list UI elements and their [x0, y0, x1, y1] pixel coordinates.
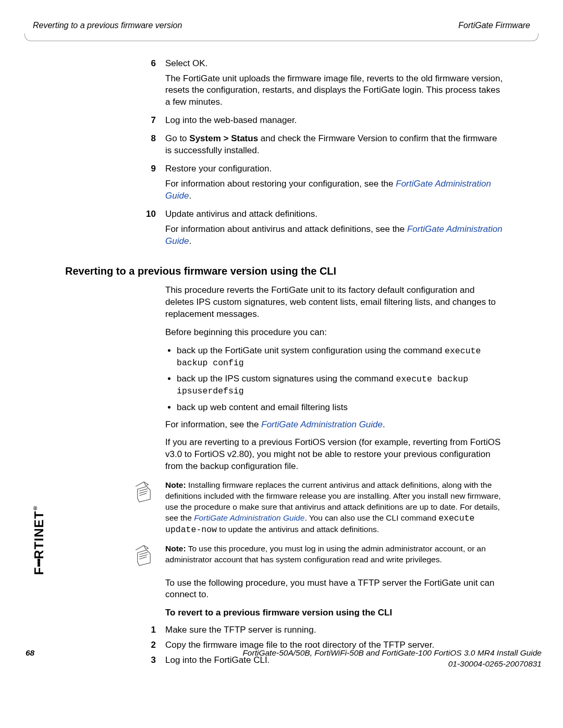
fortinet-logo: FRTINET® — [33, 504, 45, 575]
step-number: 1 — [133, 624, 165, 636]
procedure-title: To revert to a previous firmware version… — [165, 607, 503, 619]
header-rule — [25, 33, 538, 41]
after-notes-paragraph: To use the following procedure, you must… — [165, 577, 503, 601]
intro-paragraph: This procedure reverts the FortiGate uni… — [165, 285, 503, 320]
note-icon — [133, 544, 165, 570]
numbered-step: 8Go to System > Status and check the Fir… — [133, 133, 503, 160]
note-text: Note: To use this procedure, you must lo… — [165, 544, 503, 570]
page: Reverting to a previous firmware version… — [23, 20, 540, 670]
step-body: Restore your configuration.For informati… — [165, 163, 503, 205]
list-item: back up the FortiGate unit system config… — [177, 345, 503, 369]
step-number: 10 — [133, 208, 165, 251]
body-content: 6Select OK.The FortiGate unit uploads th… — [133, 58, 503, 667]
numbered-step: 10Update antivirus and attack definition… — [133, 208, 503, 251]
after-bullets-warning: If you are reverting to a previous Forti… — [165, 437, 503, 473]
note-block: Note: To use this procedure, you must lo… — [133, 544, 503, 570]
step-body: Log into the web-based manager. — [165, 115, 503, 130]
step-number: 7 — [133, 115, 165, 130]
intro-paragraph-2: Before beginning this procedure you can: — [165, 327, 503, 339]
note-icon — [133, 480, 165, 536]
admin-guide-link[interactable]: FortiGate Administration Guide — [261, 419, 383, 429]
section-heading: Reverting to a previous firmware version… — [65, 264, 503, 278]
header-right: FortiGate Firmware — [458, 20, 530, 31]
note-text: Note: Installing firmware replaces the c… — [165, 480, 503, 536]
footer: 68 FortiGate-50A/50B, FortiWiFi-50B and … — [23, 648, 544, 670]
page-number: 68 — [26, 648, 34, 670]
header-left: Reverting to a previous firmware version — [33, 20, 182, 31]
running-header: Reverting to a previous firmware version… — [23, 20, 540, 33]
list-item: back up the IPS custom signatures using … — [177, 373, 503, 398]
step-body: Make sure the TFTP server is running. — [165, 624, 503, 636]
numbered-step: 7Log into the web-based manager. — [133, 115, 503, 130]
bullet-list: back up the FortiGate unit system config… — [165, 345, 503, 414]
footer-text: FortiGate-50A/50B, FortiWiFi-50B and For… — [242, 648, 542, 670]
numbered-step: 6Select OK.The FortiGate unit uploads th… — [133, 58, 503, 112]
step-body: Select OK.The FortiGate unit uploads the… — [165, 58, 503, 112]
step-body: Update antivirus and attack definitions.… — [165, 208, 503, 251]
step-number: 9 — [133, 163, 165, 205]
step-number: 8 — [133, 133, 165, 160]
admin-guide-link[interactable]: FortiGate Administration Guide — [194, 513, 304, 522]
note-block: Note: Installing firmware replaces the c… — [133, 480, 503, 536]
step-body: Go to System > Status and check the Firm… — [165, 133, 503, 160]
numbered-step: 1Make sure the TFTP server is running. — [133, 624, 503, 636]
step-number: 6 — [133, 58, 165, 112]
after-bullets-ref: For information, see the FortiGate Admin… — [165, 419, 503, 431]
list-item: back up web content and email filtering … — [177, 402, 503, 414]
numbered-step: 9Restore your configuration.For informat… — [133, 163, 503, 205]
